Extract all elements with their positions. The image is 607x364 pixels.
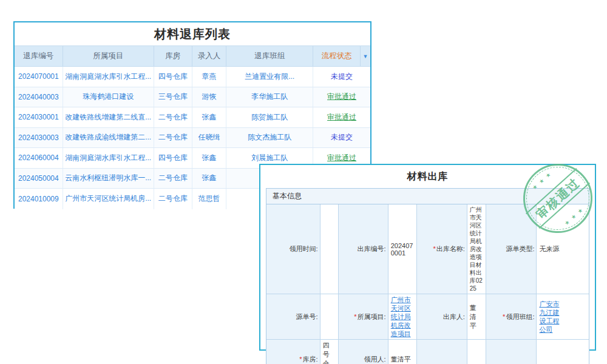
warehouse-cell: 四号仓库 [154, 148, 192, 168]
outbound-no-value: 2024070001 [388, 204, 416, 294]
outbound-name-label: *出库名称: [416, 204, 467, 294]
basic-info-block: 基本信息 领用时间: 出库编号: 2024070001 *出库名称: 广州市天河… [266, 188, 589, 364]
return-list-header-row: 退库编号 所属项目 库房 录入人 退库班组 流程状态 ▼ [15, 46, 370, 67]
return-id-cell[interactable]: 2024070001 [15, 67, 63, 87]
return-id-cell[interactable]: 2024050004 [15, 169, 63, 189]
warehouse-cell: 四号仓库 [154, 67, 192, 87]
outbound-by-value: 董清平 [467, 294, 486, 340]
return-id-cell[interactable]: 2024030003 [15, 128, 63, 148]
outbound-form-panel: 材料出库 基本信息 领用时间: 出库编号: 2024070001 *出库名称: … [259, 164, 596, 351]
source-no-value [320, 294, 339, 340]
team-cell: 兰迪置业有限... [226, 67, 313, 87]
source-type-value: 无来源 [537, 204, 589, 294]
project-cell: 云南水利枢纽潜明水库一... [63, 169, 154, 189]
return-id-cell[interactable]: 2024040003 [15, 87, 63, 107]
col-header-return-id: 退库编号 [15, 46, 63, 66]
collect-time-value[interactable] [320, 204, 339, 294]
required-asterisk: * [433, 245, 435, 252]
status-filter-dropdown[interactable]: ▼ [361, 46, 370, 66]
empty-value-cell [467, 340, 486, 364]
required-asterisk: * [503, 313, 505, 320]
warehouse-cell: 三号仓库 [154, 87, 192, 107]
collector-value: 董清平 [388, 340, 416, 364]
outbound-form-table: 领用时间: 出库编号: 2024070001 *出库名称: 广州市天河区统计局机… [266, 204, 589, 364]
entry-by-cell: 范思哲 [192, 189, 226, 209]
collect-time-label: 领用时间: [266, 204, 320, 294]
table-row[interactable]: 2024030003 改建铁路成渝线增建第二... 二号仓库 任晓缉 陈文杰施工… [15, 128, 370, 149]
return-list-title: 材料退库列表 [15, 22, 370, 46]
screen: 材料退库列表 退库编号 所属项目 库房 录入人 退库班组 流程状态 ▼ 2024… [0, 0, 607, 364]
status-cell: 未提交 [313, 128, 370, 148]
entry-by-cell: 章燕 [192, 67, 226, 87]
collector-label: 领用人: [339, 340, 388, 364]
team-cell: 李华施工队 [226, 87, 313, 107]
col-header-team: 退库班组 [226, 46, 313, 66]
collect-team-label: *领用班组: [486, 294, 537, 340]
team-cell: 陈贺施工队 [226, 107, 313, 127]
table-row[interactable]: 2024040003 珠海鹤港口建设 三号仓库 游恢 李华施工队 审批通过 [15, 87, 370, 108]
outbound-by-label: 出库人: [416, 294, 467, 340]
section-header-basic-info: 基本信息 [266, 189, 589, 204]
warehouse-cell: 二号仓库 [154, 107, 192, 127]
col-header-entry-by: 录入人 [192, 46, 226, 66]
project-cell: 湖南洞庭湖水库引水工程... [63, 67, 154, 87]
source-no-label: 源单号: [266, 294, 320, 340]
empty-value-cell [537, 340, 589, 364]
empty-label-cell [416, 340, 467, 364]
entry-by-cell: 游恢 [192, 87, 226, 107]
project-link[interactable]: 广州市天河区统计局机房改造项目 [391, 296, 411, 337]
project-cell: 改建铁路线增建第二线直... [63, 107, 154, 127]
project-value[interactable]: 广州市天河区统计局机房改造项目 [388, 294, 416, 340]
entry-by-cell: 张鑫 [192, 169, 226, 189]
required-asterisk: * [299, 356, 302, 363]
entry-by-cell: 张鑫 [192, 148, 226, 168]
outbound-form-title: 材料出库 [260, 165, 595, 188]
warehouse-cell: 二号仓库 [154, 128, 192, 148]
chevron-down-icon[interactable]: ▼ [363, 53, 368, 59]
entry-by-cell: 张鑫 [192, 107, 226, 127]
warehouse-cell: 二号仓库 [154, 189, 192, 209]
return-id-cell[interactable]: 2024030001 [15, 107, 63, 127]
status-cell[interactable]: 审批通过 [313, 87, 370, 107]
status-cell[interactable]: 审批通过 [313, 107, 370, 127]
return-id-cell[interactable]: 2024060004 [15, 148, 63, 168]
empty-label-cell [486, 340, 537, 364]
project-cell: 湖南洞庭湖水库引水工程... [63, 148, 154, 168]
source-type-label: 源单类型: [486, 204, 537, 294]
required-asterisk: * [354, 313, 356, 320]
status-cell: 未提交 [313, 67, 370, 87]
project-cell: 广州市天河区统计局机房... [63, 189, 154, 209]
return-id-cell[interactable]: 2024010009 [15, 189, 63, 209]
project-cell: 珠海鹤港口建设 [63, 87, 154, 107]
table-row[interactable]: 2024070001 湖南洞庭湖水库引水工程... 四号仓库 章燕 兰迪置业有限… [15, 67, 370, 87]
entry-by-cell: 任晓缉 [192, 128, 226, 148]
collect-team-link[interactable]: 广安市九江建设工程公司 [539, 300, 563, 334]
col-header-status[interactable]: 流程状态 [313, 46, 361, 66]
project-label: *所属项目: [339, 294, 388, 340]
warehouse-cell: 二号仓库 [154, 169, 192, 189]
warehouse-label: *库房: [266, 340, 320, 364]
outbound-name-value[interactable]: 广州市天河区统计局机房改造项目材料出库0225 [467, 204, 486, 294]
project-cell: 改建铁路成渝线增建第二... [63, 128, 154, 148]
outbound-no-label: 出库编号: [339, 204, 388, 294]
collect-team-value[interactable]: 广安市九江建设工程公司 [537, 294, 589, 340]
team-cell: 陈文杰施工队 [226, 128, 313, 148]
warehouse-value[interactable]: 四号仓库 [320, 340, 339, 364]
col-header-project: 所属项目 [63, 46, 154, 66]
col-header-warehouse: 库房 [154, 46, 192, 66]
table-row[interactable]: 2024030001 改建铁路线增建第二线直... 二号仓库 张鑫 陈贺施工队 … [15, 107, 370, 128]
